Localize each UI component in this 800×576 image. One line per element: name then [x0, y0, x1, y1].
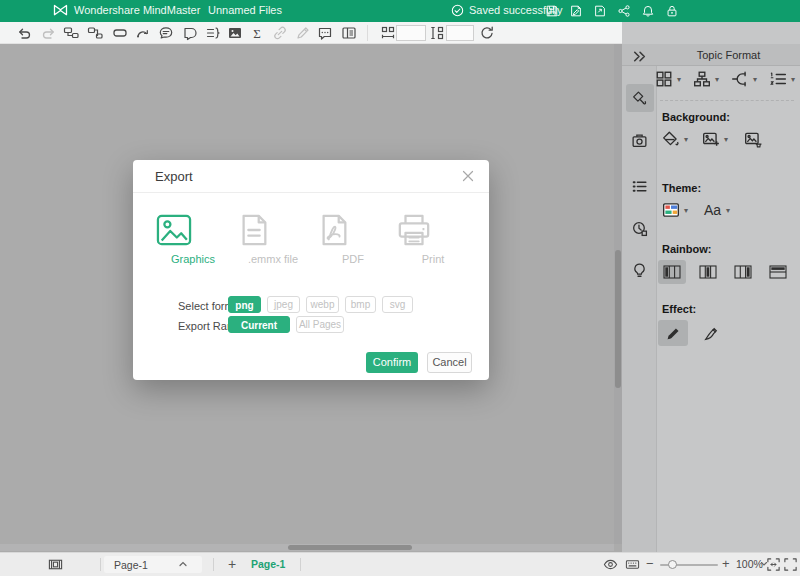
idea-bulb-icon[interactable]: [631, 262, 648, 279]
zoom-level[interactable]: 100%: [736, 558, 763, 570]
topic-format-panel: Topic Format ▾ ▾ ▾ ▾ Background: ▾: [622, 22, 800, 552]
chevron-down-icon[interactable]: ▾: [715, 75, 719, 84]
chevron-down-icon[interactable]: ▾: [684, 135, 688, 144]
format-option-png[interactable]: png: [228, 296, 261, 313]
save-as-icon[interactable]: [569, 4, 583, 18]
add-image-icon[interactable]: [702, 130, 720, 148]
app-logo-icon: [53, 4, 68, 17]
page-selector[interactable]: Page-1: [104, 556, 202, 573]
panel-header: Topic Format: [622, 44, 800, 66]
topic-style-dropdown[interactable]: [655, 70, 673, 88]
summary-icon[interactable]: [205, 25, 221, 41]
statusbar-separator: [300, 558, 301, 571]
refresh-icon[interactable]: [479, 25, 495, 41]
export-dialog: Export Graphics .emmx file PDF Print Sel…: [133, 160, 489, 380]
slideshow-icon[interactable]: [48, 557, 63, 572]
app-title: Wondershare MindMaster: [74, 4, 200, 16]
v-spacing-input[interactable]: [446, 25, 474, 41]
note-icon[interactable]: [317, 25, 333, 41]
layout-grid-icon[interactable]: [655, 48, 673, 66]
rainbow-option-1[interactable]: [658, 260, 686, 284]
chevron-down-icon[interactable]: ▾: [724, 135, 728, 144]
cancel-button[interactable]: Cancel: [427, 352, 472, 373]
print-icon: [395, 213, 471, 247]
horizontal-scrollbar-thumb[interactable]: [288, 545, 412, 550]
structure-dropdown[interactable]: [693, 70, 711, 88]
rainbow-option-2[interactable]: [694, 260, 722, 284]
titlebar: Wondershare MindMaster Unnamed Files Sav…: [0, 0, 800, 22]
confirm-button[interactable]: Confirm: [366, 352, 418, 373]
format-option-bmp[interactable]: bmp: [345, 296, 376, 313]
export-type-print[interactable]: Print: [395, 213, 471, 265]
export-type-label: Print: [395, 253, 471, 265]
rainbow-option-3[interactable]: [729, 260, 757, 284]
insert-subtopic-icon[interactable]: [87, 25, 103, 41]
vertical-scrollbar[interactable]: [614, 44, 622, 544]
horizontal-spacing-icon: [380, 25, 396, 41]
font-style-dropdown[interactable]: Aa: [704, 202, 721, 218]
toolbar-separator: [367, 25, 368, 41]
lock-icon[interactable]: [665, 4, 679, 18]
effect-pen-option[interactable]: [658, 320, 688, 346]
format-option-jpeg[interactable]: jpeg: [267, 296, 300, 313]
svg-text:Σ: Σ: [253, 26, 261, 41]
clipart-icon[interactable]: [631, 132, 648, 149]
notification-icon[interactable]: [641, 4, 655, 18]
close-icon[interactable]: [462, 170, 474, 182]
horizontal-scrollbar[interactable]: [0, 544, 614, 551]
zoom-slider-knob[interactable]: [668, 560, 677, 569]
save-icon[interactable]: [545, 4, 559, 18]
effect-script-pen-option[interactable]: [696, 320, 726, 346]
connector-style-dropdown[interactable]: [731, 70, 749, 88]
fullscreen-icon[interactable]: [783, 557, 798, 572]
format-option-webp[interactable]: webp: [306, 296, 339, 313]
export-type-graphics[interactable]: Graphics: [155, 213, 231, 265]
vertical-scrollbar-thumb[interactable]: [615, 250, 621, 388]
numbering-dropdown[interactable]: [769, 70, 787, 88]
page-selector-label: Page-1: [114, 559, 148, 571]
insert-topic-icon[interactable]: [63, 25, 79, 41]
delete-image-icon[interactable]: [744, 130, 762, 148]
hyperlink-icon[interactable]: [272, 25, 288, 41]
undo-icon[interactable]: [16, 25, 32, 41]
toolbar: Σ: [0, 22, 622, 44]
range-option-all-pages[interactable]: All Pages: [296, 316, 344, 333]
h-spacing-input[interactable]: [396, 25, 426, 41]
outline-list-icon[interactable]: [631, 178, 648, 195]
history-icon[interactable]: [631, 220, 648, 237]
chevron-down-icon[interactable]: ▾: [677, 75, 681, 84]
outline-view-icon[interactable]: [341, 25, 357, 41]
fit-to-screen-icon[interactable]: [766, 557, 781, 572]
chevron-down-icon[interactable]: ▾: [753, 75, 757, 84]
shortcut-panel-icon[interactable]: [625, 557, 640, 572]
callout-icon[interactable]: [182, 25, 198, 41]
rainbow-option-4[interactable]: [764, 260, 792, 284]
zoom-in-button[interactable]: +: [722, 556, 730, 571]
dialog-header: Export: [133, 160, 489, 193]
zoom-out-button[interactable]: −: [646, 556, 654, 571]
comment-icon[interactable]: [158, 25, 174, 41]
background-label: Background:: [662, 111, 730, 123]
add-page-button[interactable]: +: [228, 556, 236, 572]
export-type-emmx[interactable]: .emmx file: [235, 213, 311, 265]
highlighter-icon[interactable]: [295, 25, 311, 41]
export-type-pdf[interactable]: PDF: [315, 213, 391, 265]
floating-topic-icon[interactable]: [112, 25, 128, 41]
export-file-icon[interactable]: [593, 4, 607, 18]
chevron-down-icon[interactable]: ▾: [726, 206, 730, 215]
format-option-svg[interactable]: svg: [382, 296, 413, 313]
share-icon[interactable]: [617, 4, 631, 18]
format-paint-icon[interactable]: [631, 90, 648, 107]
chevron-down-icon[interactable]: ▾: [791, 75, 795, 84]
range-option-current-page[interactable]: Current Page: [228, 316, 290, 333]
chevron-down-icon[interactable]: ▾: [684, 206, 688, 215]
theme-gallery-icon[interactable]: [662, 201, 680, 219]
page-tab-active[interactable]: Page-1: [251, 558, 285, 570]
formula-icon[interactable]: Σ: [249, 25, 265, 41]
fill-color-icon[interactable]: [662, 130, 680, 148]
collapse-panel-icon[interactable]: [631, 48, 648, 65]
relationship-icon[interactable]: [135, 25, 151, 41]
redo-icon[interactable]: [41, 25, 57, 41]
insert-image-icon[interactable]: [227, 25, 243, 41]
eye-icon[interactable]: [603, 557, 618, 572]
